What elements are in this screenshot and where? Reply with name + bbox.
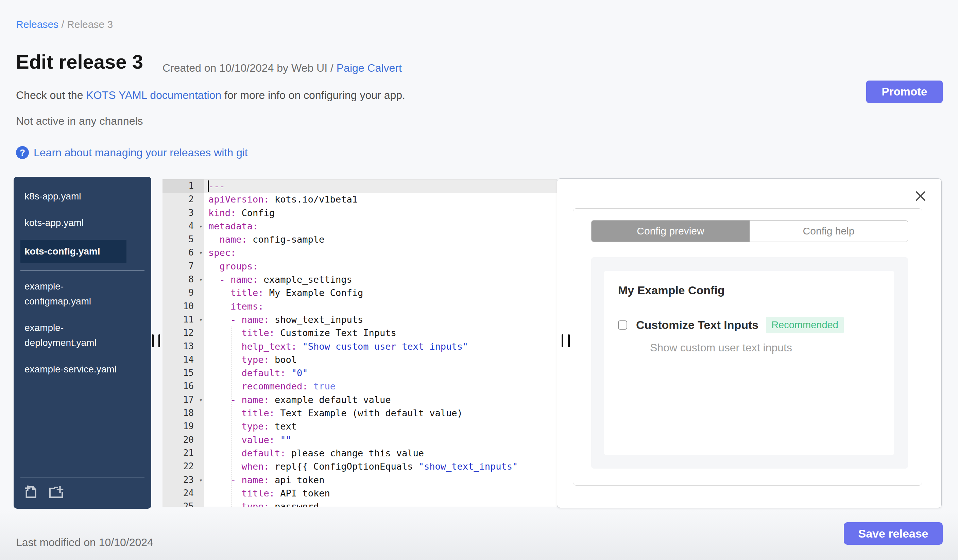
breadcrumb: Releases / Release 3 (16, 19, 113, 30)
editor-code-text: default: please change this value (204, 446, 557, 460)
editor-code-text: groups: (204, 259, 557, 273)
editor-gutter-line-number: 12 (162, 326, 204, 340)
fold-toggle-icon[interactable]: ▾ (199, 394, 203, 407)
editor-code-text: default: "0" (204, 366, 557, 380)
editor-gutter-line-number: 3 (162, 206, 204, 220)
fold-toggle-icon[interactable]: ▾ (199, 273, 203, 286)
editor-gutter-line-number: 25 (162, 500, 204, 507)
editor-line[interactable]: 22 when: repl{{ ConfigOptionEquals "show… (162, 460, 557, 473)
tab-config-preview[interactable]: Config preview (592, 220, 750, 242)
sidebar-item-example-deployment.yaml[interactable]: example-deployment.yaml (21, 318, 127, 353)
editor-line[interactable]: 5 name: config-sample (162, 233, 557, 246)
editor-line[interactable]: 10 items: (162, 300, 557, 313)
customize-text-inputs-checkbox[interactable] (618, 320, 627, 330)
sidebar-item-k8s-app.yaml[interactable]: k8s-app.yaml (21, 187, 127, 206)
editor-gutter-line-number: 8▾ (162, 273, 204, 286)
preview-resize-handle[interactable] (561, 334, 563, 347)
editor-code-text: metadata: (204, 220, 557, 233)
editor-code-text: recommended: true (204, 380, 557, 393)
sidebar-resize-handle[interactable] (152, 334, 154, 347)
preview-content-area: My Example Config Customize Text Inputs … (591, 257, 908, 468)
editor-code-text: kind: Config (204, 206, 557, 220)
editor-code-text: title: Text Example (with default value) (204, 407, 557, 420)
preview-resize-handle[interactable] (568, 334, 570, 347)
editor-gutter-line-number: 14 (162, 353, 204, 366)
promote-button[interactable]: Promote (866, 81, 943, 103)
editor-line[interactable]: 19 type: text (162, 420, 557, 433)
file-tree-sidebar: k8s-app.yamlkots-app.yamlkots-config.yam… (14, 177, 151, 509)
editor-gutter-line-number: 6▾ (162, 246, 204, 259)
save-release-button[interactable]: Save release (844, 522, 943, 545)
fold-toggle-icon[interactable]: ▾ (199, 474, 203, 487)
editor-line[interactable]: 24 title: API token (162, 487, 557, 500)
editor-code-text: title: My Example Config (204, 286, 557, 299)
close-icon[interactable] (914, 189, 928, 203)
editor-line[interactable]: 2apiVersion: kots.io/v1beta1 (162, 193, 557, 206)
new-folder-icon[interactable] (48, 484, 64, 500)
breadcrumb-releases-link[interactable]: Releases (16, 19, 59, 30)
editor-line[interactable]: 8▾ - name: example_settings (162, 273, 557, 286)
fold-toggle-icon[interactable]: ▾ (199, 246, 203, 259)
editor-code-text: items: (204, 300, 557, 313)
editor-line[interactable]: 16 recommended: true (162, 380, 557, 393)
sidebar-item-kots-app.yaml[interactable]: kots-app.yaml (21, 214, 127, 233)
editor-code-text: name: config-sample (204, 233, 557, 246)
editor-gutter-line-number: 2 (162, 193, 204, 206)
editor-line[interactable]: 1--- (162, 179, 557, 193)
footer-background-strip (0, 510, 958, 560)
channel-status-text: Not active in any channels (16, 115, 143, 127)
git-releases-link[interactable]: Learn about managing your releases with … (34, 146, 248, 159)
editor-line[interactable]: 14 type: bool (162, 353, 557, 366)
editor-line[interactable]: 13 help_text: "Show custom user text inp… (162, 340, 557, 353)
editor-line[interactable]: 17▾ - name: example_default_value (162, 393, 557, 407)
config-item-label: Customize Text Inputs (636, 318, 758, 332)
sidebar-item-example-service.yaml[interactable]: example-service.yaml (21, 360, 127, 379)
editor-gutter-line-number: 1 (162, 179, 204, 193)
editor-code-text: type: password (204, 500, 557, 507)
new-file-icon[interactable] (24, 484, 40, 500)
config-preview-panel: Config previewConfig help My Example Con… (557, 179, 942, 508)
sidebar-resize-handle[interactable] (159, 334, 160, 347)
editor-line[interactable]: 6▾spec: (162, 246, 557, 259)
editor-gutter-line-number: 23▾ (162, 473, 204, 487)
config-item-help-text: Show custom user text inputs (650, 342, 894, 354)
editor-line[interactable]: 4▾metadata: (162, 220, 557, 233)
sidebar-item-kots-config.yaml[interactable]: kots-config.yaml (21, 240, 127, 263)
editor-line[interactable]: 23▾ - name: api_token (162, 473, 557, 487)
kots-yaml-doc-link[interactable]: KOTS YAML documentation (86, 89, 221, 101)
editor-line[interactable]: 21 default: please change this value (162, 446, 557, 460)
editor-gutter-line-number: 21 (162, 446, 204, 460)
editor-line[interactable]: 7 groups: (162, 259, 557, 273)
editor-gutter-line-number: 18 (162, 407, 204, 420)
git-help-row[interactable]: ? Learn about managing your releases wit… (16, 146, 248, 159)
editor-code-text: - name: api_token (204, 473, 557, 487)
yaml-code-editor[interactable]: 1---2apiVersion: kots.io/v1beta13kind: C… (162, 179, 557, 507)
editor-code-text: value: "" (204, 433, 557, 446)
sidebar-bottom-divider (21, 477, 144, 478)
editor-code-text: - name: example_default_value (204, 393, 557, 407)
editor-gutter-line-number: 10 (162, 300, 204, 313)
last-modified-text: Last modified on 10/10/2024 (16, 536, 153, 549)
editor-gutter-line-number: 9 (162, 286, 204, 299)
recommended-badge: Recommended (766, 317, 844, 333)
editor-line[interactable]: 12 title: Customize Text Inputs (162, 326, 557, 340)
author-link[interactable]: Paige Calvert (336, 62, 402, 74)
config-group-card: My Example Config Customize Text Inputs … (604, 271, 894, 455)
fold-toggle-icon[interactable]: ▾ (199, 220, 203, 233)
editor-line[interactable]: 9 title: My Example Config (162, 286, 557, 299)
editor-line[interactable]: 15 default: "0" (162, 366, 557, 380)
editor-line[interactable]: 25 type: password (162, 500, 557, 507)
editor-gutter-line-number: 19 (162, 420, 204, 433)
editor-gutter-line-number: 4▾ (162, 220, 204, 233)
sidebar-file-list-top: k8s-app.yamlkots-app.yamlkots-config.yam… (14, 187, 151, 263)
editor-line[interactable]: 20 value: "" (162, 433, 557, 446)
editor-code-text: title: Customize Text Inputs (204, 326, 557, 340)
breadcrumb-current: Release 3 (67, 19, 113, 30)
editor-line[interactable]: 18 title: Text Example (with default val… (162, 407, 557, 420)
editor-line[interactable]: 3kind: Config (162, 206, 557, 220)
tab-config-help[interactable]: Config help (750, 220, 908, 242)
editor-line[interactable]: 11▾ - name: show_text_inputs (162, 313, 557, 326)
fold-toggle-icon[interactable]: ▾ (199, 313, 203, 327)
sidebar-item-example-configmap.yaml[interactable]: example-configmap.yaml (21, 277, 127, 311)
editor-code-text: - name: example_settings (204, 273, 557, 286)
